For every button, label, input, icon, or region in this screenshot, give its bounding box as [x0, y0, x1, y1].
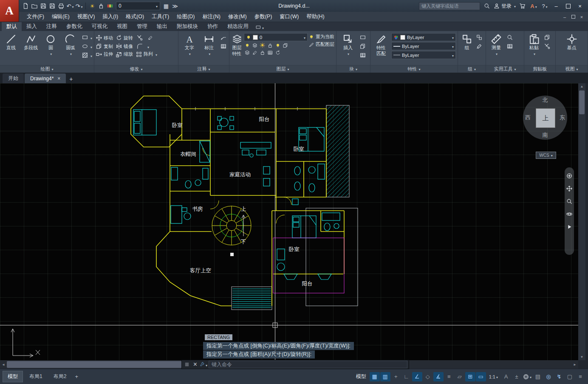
isolate-objects-icon[interactable]: ◎ [543, 372, 554, 381]
menu-file[interactable]: 文件(F) [23, 11, 48, 22]
grid-toolbar-icon[interactable]: ▦ [162, 2, 170, 10]
customize-icon[interactable]: ≡ [575, 372, 585, 381]
layer-prev-icon[interactable] [274, 49, 281, 56]
file-tab-start[interactable]: 开始 [3, 73, 24, 83]
fillet-flyout[interactable] [147, 42, 149, 50]
vertical-scroll-thumb[interactable] [579, 90, 585, 114]
save-as-button[interactable] [48, 2, 57, 10]
menu-tools[interactable]: 工具(T) [148, 11, 173, 22]
ribbon-tab-home[interactable]: 默认 [2, 22, 22, 31]
drawing-canvas[interactable]: 卧室 阳台 卧室 衣帽间 家庭活动 书房 上 下 客厅上空 卧室 阳台 北 南 … [0, 83, 578, 360]
menu-modify[interactable]: 修改(M) [224, 11, 251, 22]
maximize-button[interactable] [563, 2, 573, 10]
vertical-scrollbar[interactable]: ▲ ▼ [578, 83, 585, 360]
nav-wheel-icon[interactable] [566, 172, 573, 179]
scroll-right-icon[interactable]: ► [571, 360, 578, 369]
object-snap-tracking-icon[interactable]: ∡ [433, 372, 444, 381]
save-button[interactable] [39, 2, 48, 10]
wcs-badge[interactable]: WCS [536, 152, 556, 159]
doc-close-button[interactable]: × [578, 14, 585, 20]
minimize-button[interactable]: – [551, 2, 561, 10]
app-store-cart-icon[interactable] [518, 2, 527, 10]
linetype-dropdown[interactable]: ByLayer [391, 51, 456, 59]
tab-close-icon[interactable]: × [57, 76, 60, 82]
edit-block-button[interactable] [359, 42, 367, 50]
isodraft-icon[interactable]: ◇ [423, 372, 433, 381]
infer-constraints-icon[interactable]: + [391, 372, 401, 381]
sign-in-button[interactable]: 登录 [494, 3, 516, 10]
panel-label-clipboard[interactable]: 剪贴板 [524, 65, 555, 73]
command-wrench-icon[interactable] [200, 361, 207, 368]
match-layer-button[interactable]: 匹配图层 [309, 41, 334, 48]
stretch-button[interactable]: 拉伸 [96, 51, 113, 57]
measure-button[interactable]: 测量 [488, 32, 505, 65]
mirror-button[interactable]: 镜像 [116, 43, 133, 50]
new-layout-button[interactable]: + [73, 373, 80, 381]
menu-draw[interactable]: 绘图(D) [173, 11, 198, 22]
graphics-performance-icon[interactable]: ↯ [554, 372, 564, 381]
menu-format[interactable]: 格式(O) [122, 11, 148, 22]
layout2-tab[interactable]: 布局2 [49, 371, 71, 382]
layer-isolate-icon[interactable] [252, 42, 258, 48]
layer-walk-icon[interactable] [267, 49, 273, 56]
move-button[interactable]: 移动 [96, 35, 113, 41]
scroll-left-icon[interactable]: ◄ [0, 360, 7, 369]
arc-button[interactable]: 圆弧 [61, 32, 80, 65]
block-attributes-button[interactable] [359, 51, 367, 59]
doc-minimize-button[interactable]: – [561, 14, 568, 20]
copy-button[interactable]: 复制 [96, 43, 113, 50]
ortho-toggle-icon[interactable]: ∟ [401, 372, 412, 381]
trim-button[interactable] [136, 34, 144, 42]
menu-insert[interactable]: 插入(I) [99, 11, 122, 22]
quick-select-button[interactable] [506, 34, 514, 41]
file-tab-drawing4[interactable]: Drawing4* × [25, 73, 66, 83]
scroll-down-icon[interactable]: ▼ [578, 354, 585, 360]
lineweight-dropdown[interactable]: ByLayer [391, 42, 456, 50]
fillet-button[interactable] [136, 42, 144, 50]
group-edit-button[interactable] [475, 42, 483, 50]
clean-screen-icon[interactable]: ▢ [565, 372, 575, 381]
layer-unlock-icon[interactable] [259, 49, 266, 56]
cut-clip-button[interactable] [543, 42, 551, 50]
viewcube-top-face[interactable]: 上 [536, 108, 555, 128]
layer-properties-button[interactable]: 图层特性 [231, 32, 243, 65]
layer-thaw-icon[interactable] [252, 49, 258, 56]
base-point-button[interactable]: 基点 [562, 32, 582, 65]
model-paperspace-toggle[interactable]: 模型 [353, 373, 369, 380]
redo-button[interactable]: ↷ [75, 2, 83, 10]
zoom-icon[interactable] [566, 198, 573, 205]
ribbon-tab-insert[interactable]: 插入 [22, 22, 42, 31]
search-input[interactable]: 键入关键字或短语 [419, 2, 480, 10]
panel-label-utilities[interactable]: 实用工具 [486, 65, 524, 73]
panel-label-modify[interactable]: 修改 [94, 65, 178, 73]
command-line-dock[interactable]: × 键入命令 [181, 360, 409, 369]
annotation-scale-button[interactable]: 1:1 [486, 374, 500, 379]
layer-merge-icon[interactable] [282, 42, 288, 48]
rotate-button[interactable]: 旋转 [116, 35, 133, 41]
erase-button[interactable] [147, 34, 154, 42]
new-tab-button[interactable]: + [67, 75, 75, 83]
insert-block-button[interactable]: 插入 [338, 32, 358, 65]
ribbon-tab-view[interactable]: 视图 [112, 22, 132, 31]
hatch-button[interactable] [81, 51, 89, 59]
annotation-visibility-icon[interactable]: A [501, 372, 511, 381]
quick-properties-icon[interactable]: ▤ [533, 372, 543, 381]
panel-label-layers[interactable]: 图层 [229, 65, 336, 73]
open-file-button[interactable] [30, 2, 39, 10]
text-button[interactable]: 文字 [180, 32, 199, 65]
show-motion-icon[interactable] [566, 223, 573, 230]
rectangle-flyout[interactable] [90, 34, 92, 41]
grid-toggle-icon[interactable]: ▦ [370, 372, 380, 381]
group-button[interactable]: 组 [460, 32, 474, 65]
fast-forward-icon[interactable]: ≫ [171, 2, 179, 10]
viewcube-west[interactable]: 西 [525, 114, 531, 121]
viewcube-north[interactable]: 北 [543, 96, 548, 104]
layer-colors-icon[interactable] [106, 2, 114, 10]
command-options-icon[interactable] [183, 361, 190, 368]
quick-calc-button[interactable] [506, 42, 514, 50]
ellipse-flyout[interactable] [90, 42, 92, 50]
panel-label-draw[interactable]: 绘图 [0, 65, 94, 73]
app-logo-icon[interactable]: A [0, 0, 19, 22]
paste-button[interactable]: 粘贴 [526, 32, 542, 65]
ribbon-tab-featured[interactable]: 精选应用 [223, 22, 253, 31]
